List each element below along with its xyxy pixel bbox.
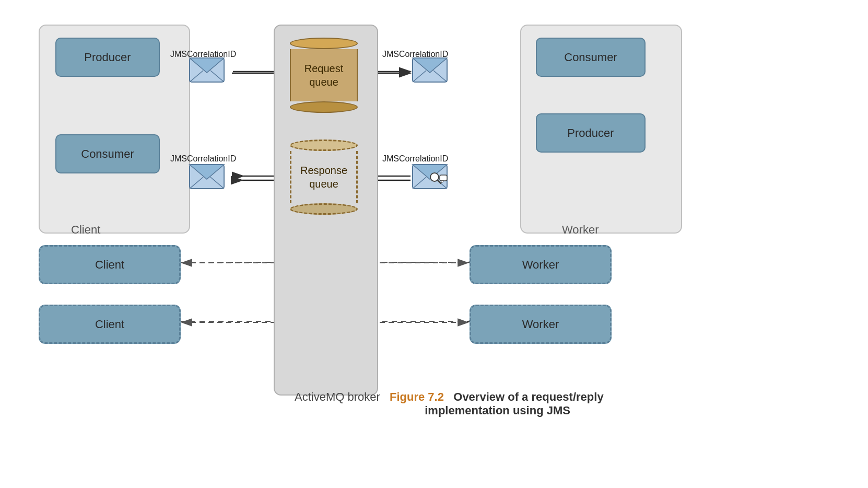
envelope-bottom-left: [189, 164, 225, 190]
cylinder-body-response: Responsequeue: [290, 151, 358, 203]
envelope-bottom-right: [412, 164, 448, 190]
worker-dashed-1: Worker: [470, 245, 612, 284]
broker-label: ActiveMQ broker: [285, 390, 390, 404]
diagram: Client Producer Consumer Worker Consumer…: [29, 14, 839, 474]
jms-label-bottom-right: JMSCorrelationID: [382, 154, 448, 164]
figure-caption: Figure 7.2 Overview of a request/reply i…: [390, 390, 604, 417]
figure-label: Figure 7.2: [390, 390, 444, 403]
cylinder-bottom-request: [290, 101, 358, 113]
envelope-top-right: [412, 57, 448, 83]
producer-box-worker: Producer: [536, 113, 646, 153]
producer-box: Producer: [55, 38, 160, 77]
consumer-box-client: Consumer: [55, 134, 160, 173]
consumer-box-worker: Consumer: [536, 38, 646, 77]
jms-label-bottom-left: JMSCorrelationID: [170, 154, 236, 164]
envelope-top-left: [189, 57, 225, 83]
worker-group-label: Worker: [562, 223, 599, 237]
response-queue: Responsequeue: [290, 140, 358, 215]
client-dashed-1: Client: [39, 245, 181, 284]
request-queue: Request queue: [290, 38, 358, 113]
client-dashed-2: Client: [39, 305, 181, 344]
cylinder-top-request: [290, 38, 358, 49]
cylinder-bottom-response: [290, 203, 358, 215]
cylinder-top-response: [290, 140, 358, 151]
client-group-label: Client: [71, 223, 100, 237]
worker-dashed-2: Worker: [470, 305, 612, 344]
svg-rect-41: [440, 175, 447, 181]
cylinder-body-request: Request queue: [290, 49, 358, 101]
